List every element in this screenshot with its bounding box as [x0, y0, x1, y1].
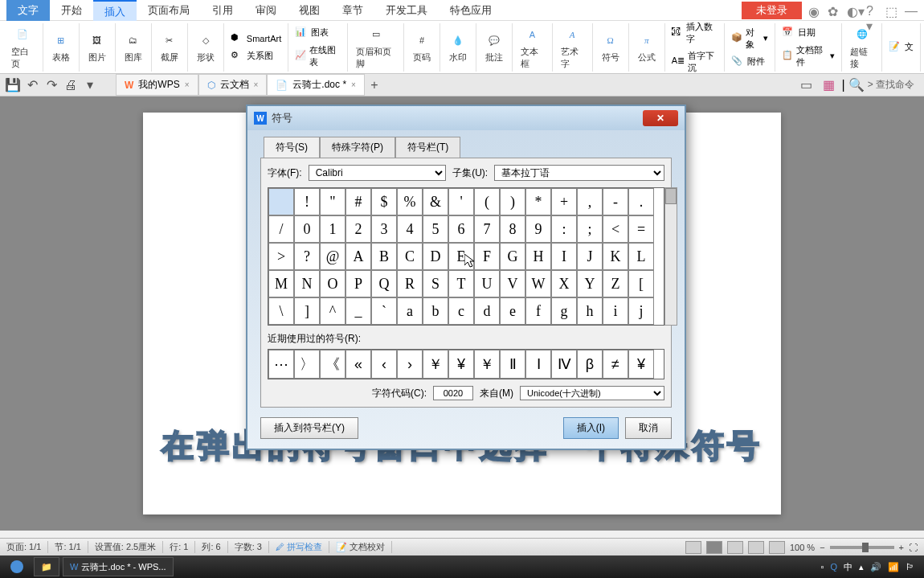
symbol-cell[interactable] — [268, 188, 294, 215]
symbol-cell[interactable]: Q — [371, 270, 397, 297]
symbol-cell[interactable]: % — [397, 188, 423, 215]
symbol-cell[interactable]: / — [268, 215, 294, 243]
watermark-button[interactable]: 💧 水印 — [445, 31, 471, 64]
wordart-button[interactable]: A 艺术字 — [558, 25, 587, 70]
status-section[interactable]: 节: 1/1 — [55, 541, 88, 553]
symbol-cell[interactable]: A — [345, 243, 371, 270]
status-chars[interactable]: 字数: 3 — [235, 541, 269, 553]
recent-symbol-cell[interactable]: Ⅱ — [500, 350, 525, 379]
hyperlink-button[interactable]: 🌐 超链接 — [847, 25, 877, 70]
zoom-out-button[interactable]: − — [820, 543, 824, 552]
textbox-button[interactable]: A 文本框 — [517, 25, 547, 70]
code-input[interactable] — [433, 386, 473, 400]
status-setting[interactable]: 设置值: 2.5厘米 — [95, 541, 163, 553]
close-icon[interactable]: × — [254, 80, 259, 89]
network-icon[interactable]: 📶 — [888, 562, 899, 572]
menu-dev[interactable]: 开发工具 — [374, 0, 439, 21]
explorer-button[interactable]: 📁 — [34, 557, 59, 576]
recent-symbol-cell[interactable]: ￥ — [423, 350, 448, 379]
relation-button[interactable]: ⚙关系图 — [229, 48, 283, 64]
symbol-cell[interactable]: i — [603, 297, 628, 325]
search-label[interactable]: > 查找命令 — [868, 78, 914, 92]
first-char-button[interactable]: A≣首字下沉 — [670, 48, 719, 76]
symbol-cell[interactable]: * — [525, 188, 551, 215]
symbol-cell[interactable]: 8 — [500, 215, 525, 243]
zoom-value[interactable]: 100 % — [790, 543, 815, 552]
close-icon[interactable]: × — [351, 80, 356, 89]
symbol-cell[interactable]: a — [397, 297, 423, 325]
chart-button[interactable]: 📊图表 — [293, 25, 342, 41]
symbol-cell[interactable]: S — [423, 270, 448, 297]
symbol-cell[interactable]: ) — [500, 188, 525, 215]
recent-symbol-cell[interactable]: Ⅰ — [525, 350, 551, 379]
symbol-cell[interactable]: # — [345, 188, 371, 215]
tab-symbols[interactable]: 符号(S) — [264, 137, 320, 158]
symbol-cell[interactable]: 1 — [320, 215, 345, 243]
more-icon[interactable]: ?▾ — [866, 4, 879, 17]
symbol-cell[interactable]: + — [551, 188, 577, 215]
symbol-cell[interactable]: X — [551, 270, 577, 297]
scroll-thumb[interactable] — [665, 188, 677, 204]
tray-expand-icon[interactable]: ▴ — [859, 562, 864, 572]
close-button[interactable]: ✕ — [643, 110, 678, 126]
insert-toolbar-button[interactable]: 插入到符号栏(Y) — [260, 417, 358, 439]
symbol-cell[interactable]: . — [628, 188, 654, 215]
recent-symbol-cell[interactable]: ¥ — [628, 350, 654, 379]
symbol-button[interactable]: Ω 符号 — [598, 31, 623, 64]
symbol-cell[interactable]: \ — [268, 297, 294, 325]
symbol-cell[interactable]: ^ — [320, 297, 345, 325]
volume-icon[interactable]: 🔊 — [870, 562, 881, 572]
symbol-cell[interactable]: @ — [320, 243, 345, 270]
menu-view[interactable]: 视图 — [288, 0, 331, 21]
symbol-cell[interactable]: Z — [603, 270, 628, 297]
symbol-cell[interactable]: e — [500, 297, 525, 325]
font-select[interactable]: Calibri — [309, 165, 446, 181]
view-mode-3[interactable] — [727, 541, 743, 554]
menu-start[interactable]: 开始 — [50, 0, 93, 21]
symbol-cell[interactable]: - — [603, 188, 628, 215]
symbol-cell[interactable]: P — [345, 270, 371, 297]
symbol-cell[interactable]: R — [397, 270, 423, 297]
symbol-cell[interactable]: : — [551, 215, 577, 243]
ime-indicator[interactable]: 中 — [844, 561, 852, 573]
status-spell[interactable]: 🖉 拼写检查 — [276, 541, 329, 553]
recent-symbol-cell[interactable]: ¥ — [448, 350, 474, 379]
recent-symbol-cell[interactable]: ‹ — [371, 350, 397, 379]
gear-icon[interactable]: ✿ — [828, 4, 840, 17]
doc-tab-cloud[interactable]: ⬡ 云文档 × — [198, 74, 268, 96]
symbol-cell[interactable]: h — [577, 297, 603, 325]
tab-special-chars[interactable]: 特殊字符(P) — [320, 137, 395, 158]
status-proofing[interactable]: 📝 文档校对 — [336, 541, 392, 553]
recent-symbol-cell[interactable]: ≠ — [603, 350, 628, 379]
recent-symbol-cell[interactable]: « — [345, 350, 371, 379]
gallery-button[interactable]: 🗂 图库 — [121, 31, 146, 64]
symbol-cell[interactable]: I — [551, 243, 577, 270]
from-select[interactable]: Unicode(十六进制) — [520, 386, 664, 400]
preview-icon[interactable]: ▾ — [80, 76, 100, 94]
recent-symbol-cell[interactable]: 〉 — [294, 350, 320, 379]
tray-icon-2[interactable]: Q — [830, 562, 837, 572]
symbol-cell[interactable]: j — [628, 297, 654, 325]
symbol-cell[interactable]: 0 — [294, 215, 320, 243]
doc-tab-current[interactable]: 📄 云骑士.doc * × — [267, 74, 365, 96]
symbol-cell[interactable]: V — [500, 270, 525, 297]
zoom-in-button[interactable]: + — [899, 543, 904, 552]
recent-symbol-cell[interactable]: › — [397, 350, 423, 379]
insert-button[interactable]: 插入(I) — [563, 417, 619, 439]
login-button[interactable]: 未登录 — [742, 2, 802, 19]
doc-tab-wps[interactable]: W 我的WPS × — [116, 74, 198, 96]
symbol-cell[interactable]: = — [628, 215, 654, 243]
online-chart-button[interactable]: 📈在线图表 — [293, 43, 342, 70]
zoom-slider[interactable] — [830, 546, 894, 549]
recent-symbol-cell[interactable]: ￥ — [474, 350, 500, 379]
view-mode-5[interactable] — [769, 541, 785, 554]
doc-parts-button[interactable]: 📋文档部件▾ — [780, 43, 836, 70]
comment-button[interactable]: 💬 批注 — [481, 31, 507, 64]
fullscreen-icon[interactable]: ⛶ — [909, 543, 918, 552]
taskbar-app[interactable]: W 云骑士.doc * - WPS... — [63, 557, 174, 576]
symbol-cell[interactable]: , — [577, 188, 603, 215]
symbol-cell[interactable]: d — [474, 297, 500, 325]
symbol-cell[interactable]: H — [525, 243, 551, 270]
view-icon[interactable]: ▦ — [820, 76, 839, 94]
start-button[interactable] — [3, 557, 31, 576]
